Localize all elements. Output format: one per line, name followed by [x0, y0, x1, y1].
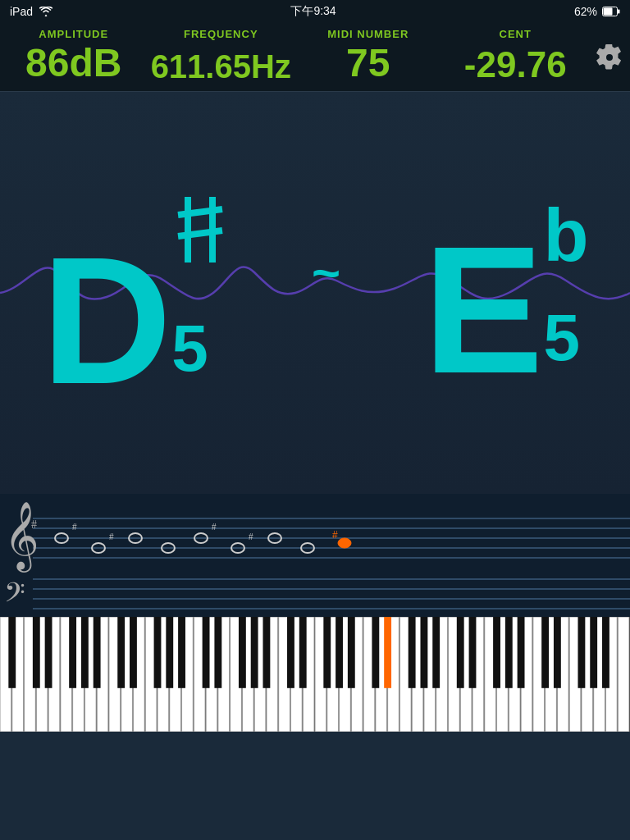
device-name: iPad — [10, 5, 33, 18]
settings-button[interactable] — [589, 28, 630, 71]
note-display-area: D 5 ~ E b 5 — [0, 92, 630, 494]
svg-text:𝄞: 𝄞 — [4, 502, 39, 573]
right-note-accidental: b — [544, 199, 589, 272]
status-bar: iPad 下午9:34 62% — [0, 0, 630, 23]
right-note-letter: E — [423, 234, 544, 387]
amplitude-metric: AMPLITUDE 86dB — [0, 28, 148, 83]
svg-rect-1 — [604, 8, 613, 16]
svg-rect-2 — [618, 10, 620, 14]
musical-staff: 𝄞 𝄢 # # # # # # — [0, 494, 630, 617]
cent-metric: CENT -29.76 — [442, 28, 590, 83]
svg-text:#: # — [31, 518, 37, 531]
status-time: 下午9:34 — [290, 4, 336, 19]
svg-text:#: # — [212, 523, 217, 532]
cent-value: -29.76 — [464, 43, 567, 83]
note-separator: ~ — [312, 244, 340, 301]
piano-keyboard[interactable] — [0, 617, 630, 732]
svg-text:#: # — [109, 532, 114, 541]
piano-canvas — [0, 617, 630, 732]
right-note: E b 5 — [423, 199, 589, 387]
gear-icon — [596, 44, 623, 71]
midi-metric: MIDI NUMBER 75 — [294, 28, 442, 83]
cent-label: CENT — [500, 28, 532, 40]
amplitude-value: 86dB — [25, 43, 121, 83]
status-left: iPad — [10, 5, 52, 18]
left-note-octave: 5 — [171, 316, 208, 381]
svg-text:𝄢: 𝄢 — [4, 578, 25, 614]
wifi-icon — [39, 7, 52, 16]
frequency-value: 611.65Hz — [151, 43, 291, 83]
left-note: D 5 — [41, 189, 229, 398]
battery-icon — [602, 7, 620, 16]
right-note-octave: 5 — [544, 305, 581, 371]
battery-level: 62% — [574, 5, 597, 18]
midi-label: MIDI NUMBER — [327, 28, 409, 40]
svg-point-34 — [338, 538, 351, 548]
header-metrics: AMPLITUDE 86dB FREQUENCY 611.65Hz MIDI N… — [0, 23, 630, 92]
frequency-label: FREQUENCY — [184, 28, 258, 40]
svg-text:#: # — [332, 529, 338, 541]
svg-text:#: # — [249, 532, 253, 541]
midi-value: 75 — [346, 43, 390, 83]
status-right: 62% — [574, 5, 620, 18]
staff-area: 𝄞 𝄢 # # # # # # — [0, 494, 630, 617]
svg-text:#: # — [72, 523, 77, 532]
frequency-metric: FREQUENCY 611.65Hz — [148, 28, 295, 83]
left-note-accidental — [171, 189, 229, 283]
amplitude-label: AMPLITUDE — [39, 28, 108, 40]
left-note-letter: D — [41, 244, 171, 398]
